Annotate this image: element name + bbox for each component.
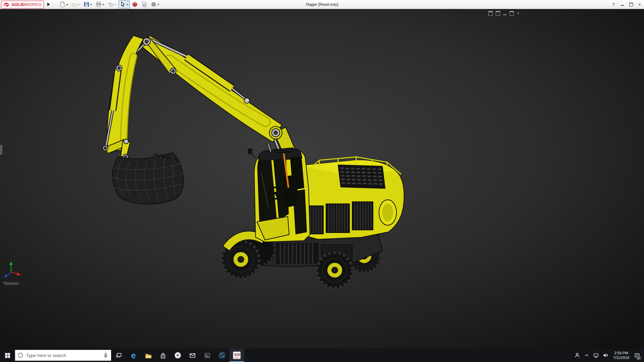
- minimize-icon: [621, 5, 624, 6]
- dropdown-arrow-icon[interactable]: [157, 4, 159, 6]
- store-button[interactable]: [156, 349, 170, 362]
- svg-text:W: W: [236, 353, 240, 357]
- show-desktop-button[interactable]: [642, 349, 644, 362]
- search-input[interactable]: [25, 353, 101, 358]
- notification-badge: 2: [636, 356, 641, 360]
- mail-button[interactable]: [185, 349, 200, 362]
- dropdown-arrow-icon[interactable]: [78, 4, 80, 6]
- graphics-viewport[interactable]: ×: [0, 9, 644, 349]
- select-button[interactable]: [118, 0, 130, 8]
- gear-icon: [151, 1, 157, 7]
- window-controls: ? ×: [609, 0, 644, 9]
- engine-housing: [301, 157, 404, 239]
- help-button[interactable]: ?: [609, 0, 618, 9]
- people-button[interactable]: [573, 349, 582, 362]
- panel-collapse-tab[interactable]: [0, 145, 2, 155]
- cortana-icon: [17, 352, 23, 358]
- solidworks-taskbar-button[interactable]: S W 2017: [229, 349, 244, 362]
- file-properties-button[interactable]: [140, 0, 149, 8]
- doc-minimize-icon[interactable]: [503, 14, 506, 15]
- dropdown-arrow-icon[interactable]: [66, 4, 68, 6]
- dassault-3ds-icon: [3, 2, 10, 7]
- network-icon: [593, 352, 599, 358]
- brand-solid: SOLID: [11, 2, 25, 7]
- task-view-button[interactable]: [111, 349, 126, 362]
- close-button[interactable]: ×: [635, 0, 644, 9]
- edge-icon: e: [131, 351, 136, 360]
- network-button[interactable]: [591, 349, 601, 362]
- open-button[interactable]: [70, 0, 82, 8]
- doc-window-icon[interactable]: [488, 11, 493, 16]
- taskbar-clock[interactable]: 2:59 PM 7/11/2018: [610, 351, 632, 360]
- rebuild-button[interactable]: [130, 0, 139, 8]
- bucket[interactable]: [112, 153, 183, 204]
- file-explorer-icon: [145, 352, 152, 359]
- microphone-icon[interactable]: [103, 352, 109, 358]
- mail-icon: [189, 352, 196, 359]
- print-icon: [96, 1, 102, 7]
- solidworks-logo: SOLIDWORKS: [1, 1, 44, 8]
- app-titlebar: SOLIDWORKS: [0, 0, 644, 9]
- save-button[interactable]: [82, 0, 94, 8]
- solidworks-app-icon: S W 2017: [232, 351, 241, 360]
- undo-icon: [108, 1, 114, 7]
- action-center-button[interactable]: 2: [632, 349, 642, 362]
- file-explorer-button[interactable]: [141, 349, 156, 362]
- hidden-icons-button[interactable]: [582, 349, 591, 362]
- select-cursor-icon: [120, 1, 126, 7]
- console-app-icon: [204, 352, 211, 359]
- volume-icon: [602, 352, 608, 358]
- minimize-button[interactable]: [618, 0, 627, 9]
- edge-button[interactable]: e: [126, 349, 141, 362]
- chevron-up-icon: [584, 353, 589, 358]
- white-circle-app-icon: [174, 352, 181, 359]
- rear-wheel: [317, 253, 352, 288]
- print-button[interactable]: [94, 0, 106, 8]
- new-document-button[interactable]: [58, 0, 69, 8]
- quick-access-toolbar: [58, 0, 161, 8]
- blue-circle-app-button[interactable]: [215, 349, 229, 362]
- restore-icon: [629, 3, 633, 6]
- system-tray: 2:59 PM 7/11/2018 2: [573, 349, 644, 362]
- dropdown-arrow-icon[interactable]: [90, 4, 92, 6]
- doc-window-icon[interactable]: [496, 11, 500, 16]
- dropdown-arrow-icon[interactable]: [126, 4, 128, 6]
- svg-text:2017: 2017: [234, 357, 239, 359]
- dropdown-arrow-icon[interactable]: [102, 4, 104, 6]
- new-document-icon: [59, 1, 65, 7]
- view-orientation-label: *Dimetric: [3, 281, 19, 286]
- document-window-controls: ×: [488, 11, 520, 16]
- restore-button[interactable]: [627, 0, 635, 9]
- rebuild-icon: [132, 1, 138, 7]
- taskbar-search[interactable]: [15, 350, 111, 361]
- flyout-arrow-icon: [47, 3, 50, 6]
- save-icon: [84, 1, 90, 7]
- clock-time: 2:59 PM: [613, 351, 629, 355]
- volume-button[interactable]: [601, 349, 610, 362]
- doc-restore-icon[interactable]: [509, 11, 514, 16]
- cab: [248, 148, 310, 242]
- desktop-screen: SOLIDWORKS: [0, 0, 644, 362]
- open-folder-icon: [71, 1, 77, 7]
- model-viewport-canvas[interactable]: [0, 9, 644, 349]
- task-view-icon: [115, 352, 122, 359]
- people-icon: [574, 352, 580, 358]
- dropdown-arrow-icon[interactable]: [114, 4, 116, 6]
- start-button[interactable]: [0, 349, 15, 362]
- taskbar: e: [0, 349, 644, 362]
- file-properties-icon: [141, 1, 147, 7]
- menu-flyout-arrow[interactable]: [46, 1, 51, 8]
- undo-button[interactable]: [106, 0, 118, 8]
- white-circle-app-button[interactable]: [170, 349, 185, 362]
- options-button[interactable]: [149, 0, 161, 8]
- doc-close-icon[interactable]: ×: [517, 12, 520, 15]
- blue-circle-app-icon: [218, 352, 226, 359]
- brand-works: WORKS: [25, 2, 42, 7]
- windows-logo-icon: [5, 353, 10, 358]
- clock-date: 7/11/2018: [613, 355, 629, 360]
- console-app-button[interactable]: [200, 349, 215, 362]
- store-bag-icon: [159, 352, 167, 359]
